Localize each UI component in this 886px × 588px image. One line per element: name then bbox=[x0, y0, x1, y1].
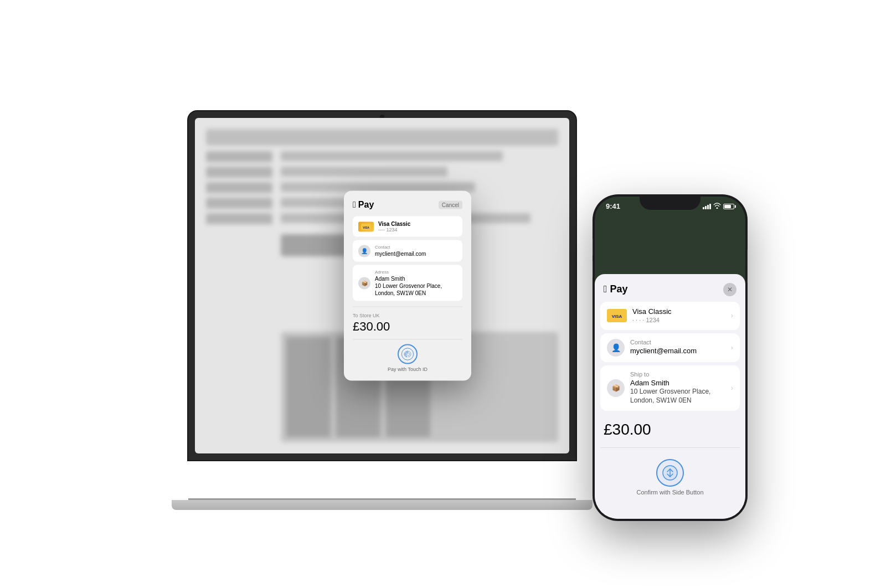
blur-product-thumb bbox=[286, 337, 331, 437]
blur-sidebar-item bbox=[206, 151, 272, 162]
mac-address-row[interactable]: 📦 Adress Adam Smith 10 Lower Grosvenor P… bbox=[353, 265, 462, 301]
iphone-ship-content: Ship to Adam Smith 10 Lower Grosvenor Pl… bbox=[630, 371, 725, 405]
iphone-time: 9:41 bbox=[606, 202, 620, 210]
iphone-card-chevron-icon: › bbox=[731, 312, 733, 319]
blur-row bbox=[281, 151, 503, 161]
iphone-apple-logo-icon:  bbox=[604, 283, 607, 295]
iphone-volume-down-button[interactable] bbox=[593, 261, 593, 277]
iphone-pay-header:  Pay ✕ bbox=[595, 274, 745, 302]
mac-store-label: To Store UK bbox=[353, 313, 462, 318]
iphone-pay-title-text: Pay bbox=[610, 283, 628, 295]
iphone-ship-name: Adam Smith bbox=[630, 379, 725, 388]
macbook-screen-inner:  Pay Cancel VISA bbox=[195, 118, 569, 453]
iphone-contact-label: Contact bbox=[630, 339, 725, 345]
wifi-icon bbox=[713, 203, 721, 210]
iphone-screen: 9:41 bbox=[595, 197, 745, 519]
iphone-ship-row[interactable]: 📦 Ship to Adam Smith 10 Lower Grosvenor … bbox=[600, 365, 740, 411]
mac-contact-info: Contact myclient@email.com bbox=[375, 245, 457, 257]
iphone-total-section: £30.00 bbox=[595, 414, 745, 443]
mac-address-line1: 10 Lower Grosvenor Place, bbox=[375, 282, 457, 290]
mac-cancel-button[interactable]: Cancel bbox=[439, 200, 462, 209]
iphone-total-amount: £30.00 bbox=[604, 421, 736, 439]
mac-total-amount: £30.00 bbox=[353, 319, 462, 334]
blur-sidebar-item bbox=[206, 213, 272, 224]
svg-point-2 bbox=[401, 348, 413, 360]
mac-touchid-label: Pay with Touch ID bbox=[388, 367, 427, 372]
battery-fill bbox=[724, 205, 731, 208]
iphone-contact-row[interactable]: 👤 Contact myclient@email.com › bbox=[600, 333, 740, 362]
iphone-card-content: Visa Classic · · · · 1234 bbox=[632, 307, 725, 324]
mac-address-name: Adam Smith bbox=[375, 275, 457, 282]
iphone-ship-label: Ship to bbox=[630, 371, 725, 378]
iphone-ship-line2: London, SW1W 0EN bbox=[630, 396, 725, 405]
mac-card-number: ---- 1234 bbox=[378, 227, 457, 233]
mac-touchid-section: Pay with Touch ID bbox=[353, 339, 462, 372]
contact-icon: 👤 bbox=[358, 245, 370, 257]
iphone-visa-card-icon: VISA bbox=[607, 309, 627, 322]
iphone-contact-value: myclient@email.com bbox=[630, 347, 725, 356]
iphone-status-icons bbox=[703, 203, 734, 210]
macbook-base bbox=[172, 500, 593, 510]
iphone-card-name: Visa Classic bbox=[632, 307, 725, 317]
iphone-notch bbox=[640, 194, 700, 210]
mac-card-name: Visa Classic bbox=[378, 221, 457, 227]
signal-bar-2 bbox=[705, 206, 707, 209]
signal-bar-1 bbox=[703, 207, 704, 209]
blur-nav bbox=[206, 129, 558, 146]
apple-logo-icon:  bbox=[353, 200, 356, 210]
iphone-confirm-section: Confirm with Side Button bbox=[595, 452, 745, 502]
iphone-card-number: · · · · 1234 bbox=[632, 317, 725, 323]
mac-contact-value: myclient@email.com bbox=[375, 250, 457, 257]
mac-card-info: Visa Classic ---- 1234 bbox=[378, 221, 457, 233]
mac-address-label: Adress bbox=[375, 270, 457, 275]
mac-modal-title:  Pay bbox=[353, 200, 374, 210]
signal-bar-3 bbox=[707, 205, 709, 209]
scene:  Pay Cancel VISA bbox=[138, 45, 748, 543]
svg-text:VISA: VISA bbox=[363, 225, 369, 229]
iphone-pay-title:  Pay bbox=[604, 283, 628, 295]
mac-address-info: Adress Adam Smith 10 Lower Grosvenor Pla… bbox=[375, 270, 457, 297]
iphone-address-icon: 📦 bbox=[607, 379, 625, 397]
touchid-icon[interactable] bbox=[398, 344, 418, 364]
svg-text:VISA: VISA bbox=[612, 314, 622, 319]
iphone-contact-content: Contact myclient@email.com bbox=[630, 339, 725, 356]
iphone-side-button[interactable] bbox=[747, 250, 748, 283]
iphone-card-row[interactable]: VISA Visa Classic · · · · 1234 › bbox=[600, 302, 740, 330]
blur-sidebar-item bbox=[206, 167, 272, 178]
mac-address-line2: London, SW1W 0EN bbox=[375, 290, 457, 297]
iphone-applepay-sheet:  Pay ✕ VISA Visa Classic · bbox=[595, 274, 745, 519]
signal-icon bbox=[703, 204, 711, 209]
address-icon: 📦 bbox=[358, 277, 370, 289]
mac-pay-title: Pay bbox=[358, 200, 374, 210]
battery-icon bbox=[723, 204, 734, 209]
iphone-ship-line1: 10 Lower Grosvenor Place, bbox=[630, 388, 725, 396]
blur-btn bbox=[281, 234, 347, 256]
iphone-contact-icon: 👤 bbox=[607, 339, 625, 357]
visa-card-icon: VISA bbox=[358, 221, 374, 231]
iphone-contact-chevron-icon: › bbox=[731, 344, 733, 352]
mac-card-row[interactable]: VISA Visa Classic ---- 1234 bbox=[353, 216, 462, 237]
mac-applepay-modal:  Pay Cancel VISA bbox=[344, 191, 471, 381]
macbook-screen:  Pay Cancel VISA bbox=[188, 111, 576, 460]
blur-sidebar-item bbox=[206, 182, 272, 193]
mac-contact-row[interactable]: 👤 Contact myclient@email.com bbox=[353, 240, 462, 262]
iphone-close-button[interactable]: ✕ bbox=[723, 283, 736, 296]
blur-sidebar bbox=[206, 151, 272, 442]
mac-divider bbox=[353, 307, 462, 307]
iphone-volume-up-button[interactable] bbox=[593, 239, 593, 255]
signal-bar-4 bbox=[709, 204, 711, 209]
mac-modal-header:  Pay Cancel bbox=[353, 200, 462, 210]
iphone-divider bbox=[600, 447, 740, 448]
iphone: 9:41 bbox=[593, 194, 748, 521]
battery-tip bbox=[735, 205, 736, 208]
iphone-confirm-side-button-icon[interactable] bbox=[656, 459, 684, 487]
blur-row bbox=[281, 167, 447, 177]
blur-sidebar-item bbox=[206, 198, 272, 209]
macbook:  Pay Cancel VISA bbox=[172, 111, 593, 510]
iphone-confirm-label: Confirm with Side Button bbox=[636, 489, 703, 496]
mac-contact-label: Contact bbox=[375, 245, 457, 250]
iphone-ship-chevron-icon: › bbox=[731, 384, 733, 392]
